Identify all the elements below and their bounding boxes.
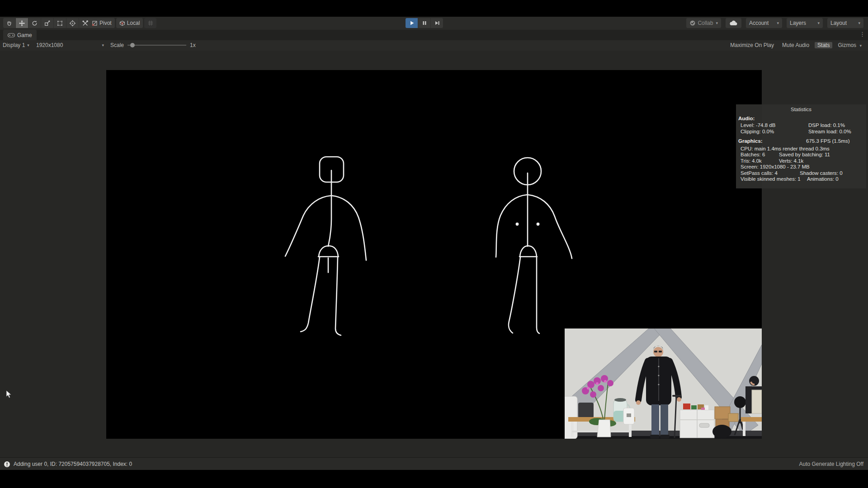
pivot-icon xyxy=(92,20,98,26)
local-toggle-button[interactable]: Local xyxy=(116,18,143,28)
black-bag xyxy=(712,425,731,438)
view-tab-bar: Game ⋮ xyxy=(0,30,868,40)
audio-row-2: Clipping: 0.0% Stream load: 0.0% xyxy=(736,129,866,135)
audio-dsp-load: DSP load: 0.1% xyxy=(808,122,866,129)
figure2-left-arm xyxy=(496,195,527,257)
transform-tools-group xyxy=(3,18,91,28)
game-view-options: Maximize On Play Mute Audio Stats Gizmos… xyxy=(727,40,864,50)
pivot-toggle-button[interactable]: Pivot xyxy=(89,18,115,28)
figure1-pelvis xyxy=(319,246,338,257)
gizmos-dropdown[interactable]: Gizmos ▾ xyxy=(835,42,864,48)
display-dropdown-arrow: ▾ xyxy=(27,43,29,47)
stick-figure-right xyxy=(496,158,572,333)
collab-label: Collab xyxy=(698,20,713,26)
figure1-left-leg xyxy=(301,257,320,332)
stats-button[interactable]: Stats xyxy=(815,42,832,48)
collab-button[interactable]: Collab ▾ xyxy=(686,18,721,28)
statistics-title: Statistics xyxy=(736,104,866,113)
scale-slider-knob[interactable] xyxy=(130,43,135,47)
scale-tool-button[interactable] xyxy=(41,18,54,28)
cloud-button[interactable] xyxy=(726,18,741,28)
layout-dropdown-arrow: ▾ xyxy=(858,21,860,25)
cpu-timing: CPU: main 1.4ms render thread 0.3ms xyxy=(741,146,866,152)
console-message[interactable]: Adding user 0, ID: 72057594037928705, In… xyxy=(4,461,132,468)
hand-tool-button[interactable] xyxy=(3,18,16,28)
game-render-area xyxy=(106,70,762,439)
pivot-label: Pivot xyxy=(99,20,112,26)
audio-stream-load: Stream load: 0.0% xyxy=(808,129,866,135)
resolution-dropdown-arrow: ▾ xyxy=(102,43,104,47)
transform-tool-button[interactable] xyxy=(66,18,79,28)
figure2-right-dot xyxy=(537,223,540,226)
resolution-label: 868x488 xyxy=(36,42,63,48)
batches-value: Batches: 6 xyxy=(741,152,779,158)
account-dropdown-arrow: ▾ xyxy=(777,21,779,25)
step-button[interactable] xyxy=(431,18,443,28)
scale-control: Scale 1x xyxy=(110,40,196,50)
setpass-calls-value: SetPass calls: 4 xyxy=(741,170,800,177)
toolbar-right-group: Collab ▾ Account ▾ Layers ▾ Layout ▾ xyxy=(686,18,863,28)
cpu-row: CPU: main 1.4ms render thread 0.3ms xyxy=(736,146,866,152)
tris-value: Tris: 4.0k xyxy=(741,158,779,164)
monitor xyxy=(752,390,762,413)
webcam-scene xyxy=(565,328,762,439)
play-button[interactable] xyxy=(406,18,418,28)
account-dropdown[interactable]: Account ▾ xyxy=(746,18,782,28)
combined-transform-icon xyxy=(69,20,76,27)
status-message-text: Adding user 0, ID: 72057594037928705, In… xyxy=(14,461,132,467)
unity-editor-window: Pivot Local xyxy=(0,0,868,488)
figure2-left-leg xyxy=(509,257,520,333)
mute-audio-button[interactable]: Mute Audio xyxy=(779,42,812,48)
scale-label: Scale xyxy=(110,42,124,48)
bottom-black-strip xyxy=(0,470,868,488)
screen-value: Screen: 868x488 - 23.7 MB xyxy=(741,164,866,170)
layout-label: Layout xyxy=(830,20,847,26)
graphics-heading-row: Graphics: 675.3 FPS (1.5ms) xyxy=(736,135,866,146)
figure2-left-dot xyxy=(516,223,519,226)
right-desk xyxy=(741,417,762,422)
game-view-panel: Statistics Audio: Level: -74.8 dB DSP lo… xyxy=(0,51,868,457)
status-bar[interactable]: Adding user 0, ID: 72057594037928705, In… xyxy=(0,457,868,470)
display-dropdown[interactable]: Display 1 ▾ xyxy=(3,40,29,50)
layers-dropdown[interactable]: Layers ▾ xyxy=(787,18,823,28)
tab-options-menu[interactable]: ⋮ xyxy=(859,31,865,38)
hand-icon xyxy=(6,20,13,27)
collab-dropdown-arrow: ▾ xyxy=(716,21,718,25)
collab-icon xyxy=(689,20,696,26)
saved-by-batching-value: Saved by batching: 11 xyxy=(779,152,866,158)
shadow-casters-value: Shadow casters: 0 xyxy=(800,170,866,177)
rotate-icon xyxy=(31,20,38,27)
play-icon xyxy=(409,20,415,26)
scale-icon xyxy=(44,20,51,27)
pivot-local-group: Pivot Local xyxy=(89,18,156,28)
fps-value: 675.3 FPS (1.5ms) xyxy=(806,138,866,145)
layout-dropdown[interactable]: Layout ▾ xyxy=(827,18,863,28)
custom-editor-tools-icon xyxy=(82,20,89,27)
top-black-strip xyxy=(0,0,868,17)
scale-slider[interactable] xyxy=(127,45,186,46)
play-controls xyxy=(406,18,443,28)
game-view-toolbar: Display 1 ▾ 868x488 ▾ Scale 1x Maximiz… xyxy=(0,40,868,51)
audio-level: Level: -74.8 dB xyxy=(741,122,808,129)
audio-clipping: Clipping: 0.0% xyxy=(741,129,808,135)
pause-icon xyxy=(422,20,427,26)
move-icon xyxy=(19,20,25,27)
tab-game[interactable]: Game xyxy=(3,30,37,40)
skinned-meshes-row: Visible skinned meshes: 1 Animations: 0 xyxy=(736,176,866,183)
figure1-right-leg xyxy=(335,257,341,335)
pause-button[interactable] xyxy=(418,18,431,28)
statistics-overlay: Statistics Audio: Level: -74.8 dB DSP lo… xyxy=(736,104,866,188)
gamepad-icon xyxy=(8,33,15,38)
webcam-video-feed xyxy=(565,328,762,439)
local-label: Local xyxy=(127,20,140,26)
resolution-dropdown[interactable]: 868x488 ▾ xyxy=(36,40,104,50)
rect-tool-button[interactable] xyxy=(54,18,66,28)
grid-snap-button[interactable] xyxy=(144,18,156,28)
layers-dropdown-arrow: ▾ xyxy=(817,21,820,25)
screen-row: Screen: 868x488 - 23.7 MB xyxy=(736,164,866,170)
auto-generate-lighting-toggle[interactable]: Auto Generate Lighting Off xyxy=(799,461,863,467)
move-tool-button[interactable] xyxy=(16,18,28,28)
rotate-tool-button[interactable] xyxy=(28,18,41,28)
figure2-pelvis xyxy=(520,246,537,257)
maximize-on-play-button[interactable]: Maximize On Play xyxy=(727,42,777,48)
